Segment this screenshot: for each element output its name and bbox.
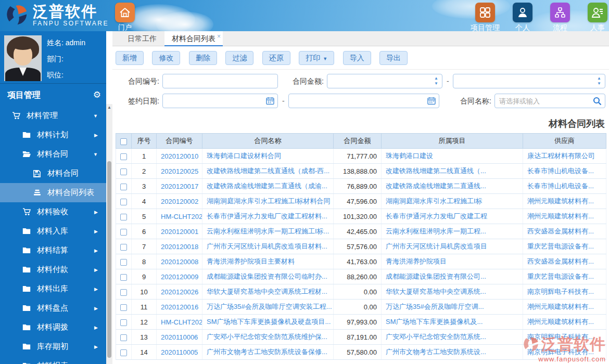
select-all-checkbox[interactable] — [120, 138, 127, 145]
contract-code-link[interactable]: 2020120001 — [161, 228, 198, 236]
restore-button[interactable]: 还原 — [262, 51, 290, 65]
project-link[interactable]: 青海洪湖养护院项目 — [386, 257, 447, 265]
supplier-link[interactable]: 南京明辉电子科技有... — [527, 348, 594, 356]
sidebar-item-material-payment[interactable]: 材料付款 — [0, 260, 106, 279]
project-link[interactable]: 广州市文物考古工地安防系统设... — [386, 348, 486, 356]
contract-code-link[interactable]: HM-CLHT2020... — [161, 318, 202, 326]
sidebar-item-material-management[interactable]: 材料管理 — [0, 106, 106, 125]
sidebar-item-material-report[interactable]: 材料报表 — [0, 356, 106, 364]
sidebar-item-material-transfer[interactable]: 材料调拨 — [0, 318, 106, 337]
row-checkbox[interactable] — [120, 289, 127, 296]
contract-name-link[interactable]: 湖南洞庭湖水库引水工程施工I标材料合同 — [207, 197, 331, 205]
contract-name-link[interactable]: 珠海鹤港口建设材料合同 — [207, 152, 281, 160]
row-checkbox[interactable] — [120, 168, 127, 175]
contract-code-link[interactable]: 2020120009 — [161, 273, 198, 281]
sidebar-item-material-stocktake[interactable]: 材料盘点 — [0, 298, 106, 318]
row-checkbox[interactable] — [120, 153, 127, 160]
row-checkbox[interactable] — [120, 244, 127, 251]
spinner-up-icon[interactable]: ▲ — [434, 76, 438, 81]
spinner-up-icon[interactable]: ▲ — [597, 76, 601, 81]
delete-button[interactable]: 删除 — [189, 51, 217, 65]
sidebar-item-material-contract-form[interactable]: 材料合同 — [0, 164, 106, 183]
sidebar-item-material-contract-list[interactable]: 材料合同列表 — [0, 183, 106, 202]
project-link[interactable]: 改建铁路成渝线增建第二直通线... — [386, 182, 486, 190]
supplier-link[interactable]: 西安盛器金属材料有... — [527, 257, 594, 265]
contract-code-link[interactable]: 2020120025 — [161, 167, 198, 175]
contract-code-link[interactable]: HM-CLHT2020... — [161, 213, 202, 220]
supplier-link[interactable]: 潮州元顺建筑材料有... — [527, 197, 594, 205]
sidebar-item-material-inbound[interactable]: 材料入库 — [0, 222, 106, 241]
import-button[interactable]: 导入 — [343, 51, 371, 65]
contract-code-link[interactable]: 2020110005 — [161, 348, 198, 356]
supplier-link[interactable]: 潮州元顺建筑材料有... — [527, 212, 594, 220]
tab-material-contract-list[interactable]: 材料合同列表 — [164, 31, 223, 46]
supplier-link[interactable]: 康达工程材料有限公司 — [527, 152, 595, 160]
spinner-down-icon[interactable]: ▼ — [597, 81, 601, 86]
calendar-icon[interactable] — [266, 97, 274, 107]
project-link[interactable]: 改建铁路线增建第二线直通线（... — [386, 167, 486, 175]
nav-personal[interactable]: 个人 — [504, 3, 541, 31]
filter-button[interactable]: 过滤 — [225, 51, 253, 65]
project-link[interactable]: 广安邓小平纪念馆安全防范系统... — [386, 333, 486, 341]
contract-name-link[interactable]: SM广场地下车库更换摄像机及硬盘项目... — [207, 318, 331, 326]
scrollbar-thumb[interactable] — [107, 161, 111, 358]
contract-code-link[interactable]: 2020120010 — [161, 152, 198, 160]
contract-code-link[interactable]: 2020120017 — [161, 183, 198, 190]
row-checkbox[interactable] — [120, 259, 127, 266]
row-checkbox[interactable] — [120, 349, 127, 356]
project-link[interactable]: 湖南洞庭湖水库引水工程施工I标 — [386, 197, 483, 205]
contract-name-link[interactable]: 广安邓小平纪念馆安全防范系统维护保... — [207, 333, 327, 341]
project-link[interactable]: 长春市伊通河水力发电厂改建工程 — [386, 212, 487, 220]
sidebar-item-material-settlement[interactable]: 材料结算 — [0, 241, 106, 260]
export-button[interactable]: 导出 — [379, 51, 408, 65]
portal-button[interactable]: 门户 — [115, 3, 135, 31]
sidebar-item-material-plan[interactable]: 材料计划 — [0, 125, 106, 145]
contract-name-link[interactable]: 长春市伊通河水力发电厂改建工程材料... — [207, 212, 327, 220]
supplier-link[interactable]: 南京明辉电子科技有... — [527, 333, 594, 341]
supplier-link[interactable]: 西安盛器金属材料有... — [527, 227, 594, 235]
project-link[interactable]: 成都能源建设集团投资有限公司... — [386, 272, 486, 280]
project-link[interactable]: SM广场地下车库更换摄像机及... — [386, 318, 483, 326]
row-checkbox[interactable] — [120, 184, 127, 190]
amount-max-input[interactable] — [458, 74, 591, 88]
project-link[interactable]: 广州市天河区统计局机房改造项目 — [386, 242, 487, 250]
project-link[interactable]: 万达广场35#会所及咖啡厅空调... — [386, 303, 484, 310]
print-button[interactable]: 打印 — [299, 51, 334, 65]
sidebar-item-material-acceptance[interactable]: 材料验收 — [0, 202, 106, 222]
sign-date-to-input[interactable] — [293, 94, 425, 108]
supplier-link[interactable]: 长春市博山机电设备... — [527, 167, 594, 175]
close-icon[interactable] — [217, 29, 221, 44]
contract-name-link[interactable]: 改建铁路线增建第二线直通线（成都-西... — [207, 167, 329, 175]
row-checkbox[interactable] — [120, 319, 127, 326]
contract-code-link[interactable]: 2020120008 — [161, 258, 198, 266]
contract-name-input[interactable] — [499, 94, 591, 108]
contract-code-link[interactable]: 2020110006 — [161, 333, 198, 341]
project-link[interactable]: 云南水利枢纽潜明水库一期工程... — [386, 227, 486, 235]
calendar-icon[interactable] — [427, 97, 436, 107]
contract-name-link[interactable]: 成都能源建设集团投资有限公司临时办... — [207, 272, 327, 280]
search-icon[interactable] — [593, 97, 602, 107]
contract-name-link[interactable]: 广州市天河区统计局机房改造项目材料... — [207, 242, 327, 250]
supplier-link[interactable]: 潮州元顺建筑材料有... — [527, 318, 594, 326]
row-checkbox[interactable] — [120, 199, 127, 205]
scrollbar-up-arrow[interactable] — [106, 104, 112, 111]
supplier-link[interactable]: 长春市博山机电设备... — [527, 182, 594, 190]
contract-code-link[interactable]: 2020120018 — [161, 243, 198, 251]
sidebar-item-material-outbound[interactable]: 材料出库 — [0, 279, 106, 298]
project-link[interactable]: 珠海鹤港口建设 — [386, 152, 433, 160]
project-link[interactable]: 华软大厦研究基地中央空调系统... — [386, 288, 486, 295]
sign-date-from-input[interactable] — [167, 94, 264, 108]
row-checkbox[interactable] — [120, 229, 127, 236]
edit-button[interactable]: 修改 — [152, 51, 180, 65]
add-button[interactable]: 新增 — [116, 51, 144, 65]
spinner-down-icon[interactable]: ▼ — [434, 81, 438, 86]
nav-hr[interactable]: 人事 — [579, 3, 609, 31]
nav-project-management[interactable]: 项目管理 — [466, 3, 504, 31]
amount-min-input[interactable] — [332, 74, 428, 88]
supplier-link[interactable]: 南京明辉电子科技有... — [527, 288, 594, 295]
supplier-link[interactable]: 重庆艺普电源设备有... — [527, 272, 594, 280]
supplier-link[interactable]: 重庆艺普电源设备有... — [527, 242, 594, 250]
contract-name-link[interactable]: 青海洪湖养护院项目主要材料 — [207, 257, 295, 265]
contract-code-link[interactable]: 2020120016 — [161, 303, 198, 311]
contract-name-link[interactable]: 云南水利枢纽潜明水库一期工程施工I标... — [207, 227, 329, 235]
